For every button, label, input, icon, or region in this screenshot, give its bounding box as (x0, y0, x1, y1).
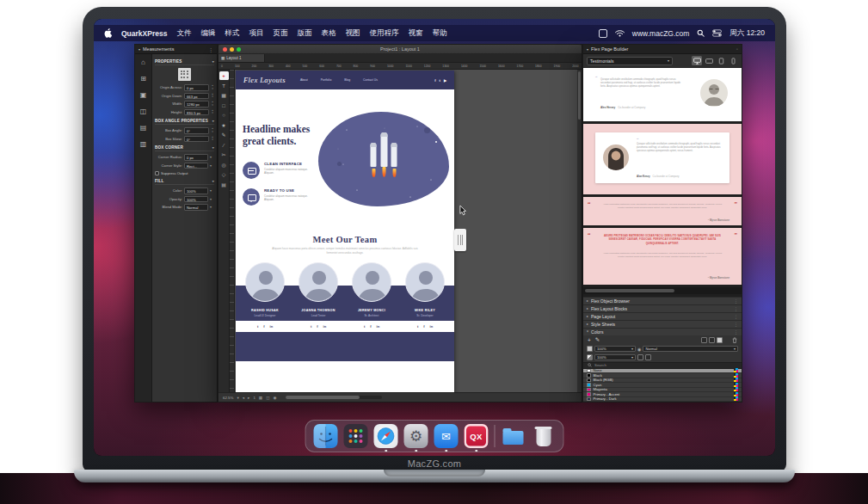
device-tablet-landscape-button[interactable] (704, 56, 714, 65)
dock-trash-icon[interactable] (532, 424, 556, 448)
dock-finder-icon[interactable] (314, 424, 338, 448)
field-input[interactable]: 0 px (184, 84, 209, 91)
chevron-down-icon[interactable]: ▾ (210, 163, 214, 168)
chevron-down-icon[interactable]: ▾ (210, 155, 214, 159)
stepper-control[interactable]: ▴▾ (211, 84, 214, 90)
suppress-output-checkbox[interactable] (155, 171, 159, 175)
field-input[interactable]: 1280 px (184, 101, 209, 108)
both-mode-button[interactable] (717, 337, 723, 343)
dock-settings-icon[interactable]: ⚙ (404, 424, 428, 448)
preset-select[interactable]: Testimonials ▾ (587, 57, 673, 65)
panel-menu-icon[interactable]: ⋮ (734, 298, 738, 304)
layout-page[interactable]: Flex Layouts AboutPortfolioBlogContact U… (236, 71, 454, 392)
tool-button[interactable]: ◇ (219, 170, 229, 179)
input-source-icon[interactable] (599, 29, 607, 38)
palette-options-icon[interactable]: ◦ (736, 46, 738, 52)
close-button[interactable] (223, 47, 227, 52)
tool-button[interactable]: ○ (219, 111, 229, 120)
reference-point-grid[interactable] (178, 68, 191, 81)
shade-select[interactable]: 100%▾ (594, 346, 636, 353)
field-input[interactable]: 830.5 px (184, 109, 209, 116)
rail-icon[interactable]: ⊞ (138, 74, 149, 84)
field-input[interactable]: 0° (184, 136, 209, 143)
gradient-button[interactable] (637, 354, 643, 360)
wifi-icon[interactable] (615, 30, 625, 37)
testimonial-preview-2[interactable]: “ Quisque sollicitudin vestibulum commod… (583, 124, 742, 194)
stepper-control[interactable]: ▴▾ (211, 109, 214, 115)
palette-menu-icon[interactable]: ⋮ (208, 46, 213, 52)
accordion-panel-row[interactable]: ▸ Flex Object Browser ⋮ (583, 297, 742, 304)
stepper-control[interactable]: ▴▾ (211, 101, 214, 107)
preview-scrollbar[interactable] (583, 287, 742, 294)
control-center-icon[interactable] (712, 29, 722, 37)
panel-menu-icon[interactable]: ⋮ (734, 306, 738, 311)
dock-mail-icon[interactable]: ✉ (434, 424, 459, 448)
menu-item[interactable]: 页面 (273, 28, 287, 39)
stepper-control[interactable]: ▴▾ (211, 127, 214, 133)
accordion-panel-row[interactable]: ▸ Page Layout ⋮ (583, 312, 742, 320)
testimonial-preview-1[interactable]: “ Quisque sollicitudin vestibulum commod… (583, 68, 742, 121)
stepper-control[interactable]: ▴▾ (211, 93, 214, 99)
fill-mode-button[interactable] (701, 337, 707, 343)
dock-safari-icon[interactable] (374, 424, 398, 448)
preview-scrollbar-thumb[interactable] (585, 289, 674, 292)
vertical-scrollbar[interactable] (577, 70, 582, 392)
color-list-row[interactable]: Primary - Dark (583, 397, 742, 403)
menu-item[interactable]: 文件 (176, 28, 191, 39)
horizontal-scrollbar[interactable] (286, 396, 382, 399)
field-input[interactable]: 663 px (184, 93, 209, 100)
properties-section-header[interactable]: PROPERTIES▾ (155, 58, 214, 65)
tool-button[interactable]: T (219, 82, 229, 90)
dock-launchpad-icon[interactable] (344, 424, 368, 448)
menu-item[interactable]: 使用程序 (369, 28, 398, 39)
zoom-level[interactable]: 62.5% (223, 396, 233, 400)
field-dropdown[interactable]: Normal (184, 204, 208, 211)
builder-palette-header[interactable]: ▾ Flex Page Builder ◦ (583, 45, 742, 54)
stroke-mode-button[interactable] (709, 337, 715, 343)
menu-item[interactable]: 表格 (321, 28, 336, 39)
device-tablet-portrait-button[interactable] (716, 56, 726, 65)
document-titlebar[interactable]: Project1 : Layout 1 (219, 45, 582, 54)
delete-color-button[interactable] (732, 337, 737, 343)
spotlight-search-icon[interactable] (697, 29, 705, 37)
field-input[interactable]: 0 px (184, 154, 208, 161)
field-input[interactable]: 0° (184, 127, 209, 134)
rail-icon[interactable]: ▣ (138, 90, 149, 101)
vertical-scrollbar-thumb[interactable] (578, 71, 581, 120)
zoom-button[interactable] (237, 47, 241, 52)
tool-button[interactable]: ▦ (219, 91, 229, 100)
tool-button[interactable]: ◎ (219, 161, 229, 169)
device-desktop-button[interactable] (692, 56, 702, 65)
item-tool[interactable]: + (219, 71, 229, 80)
page-prev-icon[interactable]: ◂ (243, 396, 244, 400)
stepper-control[interactable]: ▴▾ (211, 136, 214, 142)
field-dropdown[interactable]: 100% (184, 196, 208, 203)
menu-item[interactable]: 编辑 (200, 28, 215, 39)
tool-button[interactable]: ✎ (219, 131, 229, 139)
testimonial-preview-4[interactable]: “ ” AEGRE PROTEGAS MATRIMONII OCEAN FACI… (583, 228, 742, 285)
opacity-select[interactable]: 100%▾ (594, 354, 636, 361)
chevron-down-icon[interactable]: ▾ (210, 197, 214, 201)
dock-downloads-folder-icon[interactable] (502, 424, 526, 448)
layout-tab[interactable]: ▦ Layout 1 (219, 54, 265, 62)
device-phone-button[interactable] (728, 56, 738, 65)
pattern-button[interactable] (645, 354, 651, 360)
apple-menu-icon[interactable] (104, 28, 112, 38)
page-next-icon[interactable]: ▸ (248, 396, 249, 400)
preview-icon[interactable]: ◉ (274, 396, 277, 400)
testimonial-preview-3[interactable]: “ ” Aegre praelustris matrimonii lucari … (583, 197, 742, 225)
menu-item[interactable]: 版面 (297, 28, 311, 39)
box-angle-section-header[interactable]: BOX ANGLE PROPERTIES▾ (155, 117, 214, 125)
chevron-down-icon[interactable]: ▾ (237, 396, 238, 400)
tool-button[interactable]: ✂ (219, 151, 229, 159)
menu-item[interactable]: 帮助 (432, 28, 446, 39)
menubar-app-name[interactable]: QuarkXPress (121, 29, 167, 38)
accordion-panel-row[interactable]: ▸ Flex Layout Blocks ⋮ (583, 304, 742, 312)
fill-section-header[interactable]: FILL▾ (155, 177, 214, 185)
accordion-panel-row[interactable]: ▸ Style Sheets ⋮ (583, 320, 742, 328)
rail-icon[interactable]: ◫ (138, 107, 149, 117)
tool-button[interactable]: ▤ (219, 181, 229, 189)
menu-item[interactable]: 样式 (225, 28, 239, 39)
menu-item[interactable]: 视图 (345, 28, 360, 39)
view-split-icon[interactable]: ◫ (266, 396, 269, 400)
